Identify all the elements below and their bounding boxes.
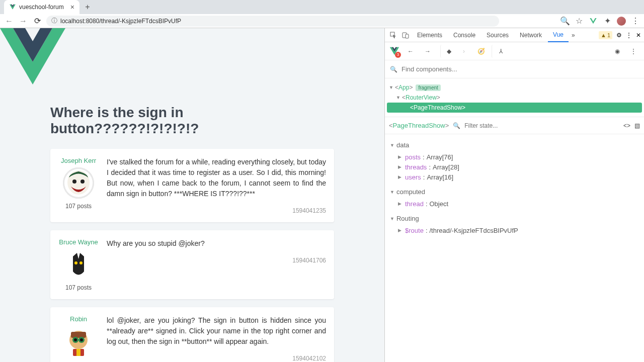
inspector-header: <PageThreadShow> 🔍 <> ▧ bbox=[385, 117, 644, 134]
open-in-editor-icon[interactable]: ▧ bbox=[634, 122, 640, 129]
vue-logo bbox=[0, 28, 65, 84]
more-tabs-icon[interactable]: » bbox=[570, 32, 577, 39]
browser-tab[interactable]: vueschool-forum × bbox=[4, 0, 79, 14]
close-icon[interactable]: × bbox=[70, 4, 74, 11]
history-forward-icon[interactable]: → bbox=[421, 45, 434, 58]
post-card: Bruce Wayne 107 posts Why are you so stu… bbox=[50, 230, 334, 299]
zoom-icon[interactable]: 🔍 bbox=[560, 17, 570, 26]
warning-badge[interactable]: ▲ 1 bbox=[599, 31, 612, 39]
data-row[interactable]: ▶ posts: Array[76] bbox=[390, 152, 639, 162]
thread-title: Where is the sign in button??????!?!?!?!… bbox=[50, 105, 334, 137]
vue-devtools-toolbar: 3 ← → ◆ › 🧭 ⅄ ◉ ⋮ bbox=[385, 42, 644, 60]
vue-favicon bbox=[9, 4, 16, 11]
caret-down-icon[interactable]: ▼ bbox=[390, 190, 394, 195]
tab-vue[interactable]: Vue bbox=[548, 28, 569, 42]
page-viewport[interactable]: Where is the sign in button??????!?!?!?!… bbox=[0, 28, 384, 362]
components-view-icon[interactable]: ◆ bbox=[440, 45, 453, 58]
extensions-icon[interactable]: ✦ bbox=[603, 17, 612, 26]
new-tab-button[interactable]: + bbox=[82, 1, 94, 13]
post-author[interactable]: Robin bbox=[58, 315, 99, 323]
data-row[interactable]: ▶ $route: /thread/-KsjpzIeFTdcsBIPvUfP bbox=[390, 225, 639, 235]
svg-point-18 bbox=[74, 338, 77, 341]
tab-network[interactable]: Network bbox=[515, 28, 547, 42]
caret-down-icon[interactable]: ▼ bbox=[390, 216, 394, 221]
devtools-panel: Elements Console Sources Network Vue » ▲… bbox=[384, 28, 644, 362]
post-count: 107 posts bbox=[58, 203, 99, 210]
tree-icon[interactable]: ⅄ bbox=[492, 45, 505, 58]
section-computed[interactable]: ▼ computed bbox=[390, 188, 639, 196]
search-icon: 🔍 bbox=[453, 122, 460, 129]
bookmark-icon[interactable]: ☆ bbox=[575, 17, 584, 26]
vue-devtools-logo[interactable]: 3 bbox=[389, 46, 400, 57]
post-text: Why are you so stupid @joker? bbox=[107, 238, 326, 249]
component-tree: ▼ <App> fragment ▼ <RouterView> <PageThr… bbox=[385, 78, 644, 117]
tree-node-pagethreadshow[interactable]: <PageThreadShow> bbox=[387, 103, 642, 113]
post-count: 107 posts bbox=[58, 284, 99, 291]
history-back-icon[interactable]: ← bbox=[404, 45, 417, 58]
svg-marker-2 bbox=[590, 18, 596, 24]
svg-rect-24 bbox=[406, 34, 409, 38]
notification-badge: 3 bbox=[395, 52, 401, 58]
post-card: Robin 107 posts lol @joker, are you joki… bbox=[50, 307, 334, 362]
close-devtools-icon[interactable]: ✕ bbox=[636, 32, 641, 39]
tab-console[interactable]: Console bbox=[448, 28, 480, 42]
forward-button[interactable]: → bbox=[18, 16, 28, 26]
caret-down-icon[interactable]: ▼ bbox=[390, 143, 394, 148]
devtools-tabs: Elements Console Sources Network Vue » ▲… bbox=[385, 28, 644, 42]
back-button[interactable]: ← bbox=[4, 16, 14, 26]
svg-point-19 bbox=[80, 338, 83, 341]
svg-point-9 bbox=[80, 179, 85, 184]
profile-avatar[interactable] bbox=[617, 17, 626, 26]
post-timestamp: 1594041235 bbox=[107, 207, 326, 214]
post-text: I've stalked the forum for a while, read… bbox=[107, 157, 326, 199]
section-data[interactable]: ▼ data bbox=[390, 141, 639, 149]
data-row[interactable]: ▶ thread: Object bbox=[390, 199, 639, 209]
caret-right-icon[interactable]: ▶ bbox=[398, 201, 403, 206]
avatar bbox=[63, 249, 94, 280]
caret-right-icon[interactable]: ▶ bbox=[398, 154, 403, 159]
more-icon[interactable]: ⋮ bbox=[627, 45, 640, 58]
device-toolbar-icon[interactable] bbox=[400, 30, 411, 41]
caret-down-icon[interactable]: ▼ bbox=[389, 85, 394, 90]
post-timestamp: 1594042102 bbox=[107, 355, 326, 362]
target-icon[interactable]: ◉ bbox=[611, 45, 624, 58]
component-search-row: 🔍 bbox=[385, 60, 644, 78]
caret-down-icon[interactable]: ▼ bbox=[396, 95, 401, 100]
devtools-menu-icon[interactable]: ⋮ bbox=[626, 32, 632, 39]
inspect-element-icon[interactable] bbox=[388, 30, 399, 41]
post-author[interactable]: Joseph Kerr bbox=[58, 157, 99, 164]
svg-rect-15 bbox=[71, 332, 86, 338]
tab-title: vueschool-forum bbox=[19, 4, 64, 11]
address-bar[interactable]: ⓘ localhost:8080/thread/-KsjpzIeFTdcsBIP… bbox=[46, 16, 499, 27]
timeline-icon[interactable]: 🧭 bbox=[474, 45, 488, 58]
data-row[interactable]: ▶ threads: Array[28] bbox=[390, 162, 639, 172]
section-routing[interactable]: ▼ Routing bbox=[390, 215, 639, 222]
component-search-input[interactable] bbox=[401, 65, 639, 73]
menu-icon[interactable]: ⋮ bbox=[631, 17, 640, 26]
reload-button[interactable]: ⟳ bbox=[32, 16, 42, 26]
state-filter-input[interactable] bbox=[464, 122, 619, 129]
url-text: localhost:8080/thread/-KsjpzIeFTdcsBIPvU… bbox=[60, 18, 181, 25]
post-timestamp: 1594041706 bbox=[107, 257, 326, 264]
caret-right-icon[interactable]: ▶ bbox=[398, 228, 403, 233]
selected-component-name: <PageThreadShow> bbox=[389, 122, 449, 129]
svg-point-8 bbox=[72, 179, 76, 184]
vue-extension-icon[interactable] bbox=[589, 17, 598, 26]
settings-icon[interactable]: ⚙ bbox=[616, 32, 622, 39]
tab-elements[interactable]: Elements bbox=[412, 28, 447, 42]
post-text: lol @joker, are you joking? The sign in … bbox=[107, 315, 326, 347]
post-author[interactable]: Bruce Wayne bbox=[58, 238, 99, 246]
caret-right-icon[interactable]: ▶ bbox=[398, 164, 403, 169]
svg-rect-21 bbox=[76, 349, 80, 356]
tab-sources[interactable]: Sources bbox=[481, 28, 514, 42]
tree-node-routerview[interactable]: ▼ <RouterView> bbox=[387, 93, 642, 103]
chevron-right-icon[interactable]: › bbox=[457, 45, 470, 58]
scroll-to-component-icon[interactable]: <> bbox=[623, 122, 630, 129]
site-info-icon[interactable]: ⓘ bbox=[51, 17, 57, 25]
data-row[interactable]: ▶ users: Array[16] bbox=[390, 172, 639, 182]
tree-node-app[interactable]: ▼ <App> fragment bbox=[387, 82, 642, 93]
caret-right-icon[interactable]: ▶ bbox=[398, 174, 403, 179]
address-bar-row: ← → ⟳ ⓘ localhost:8080/thread/-KsjpzIeFT… bbox=[0, 14, 644, 28]
post-card: Joseph Kerr 107 posts I've stalked the f… bbox=[50, 149, 334, 222]
browser-chrome: vueschool-forum × + ← → ⟳ ⓘ localhost:80… bbox=[0, 0, 644, 28]
